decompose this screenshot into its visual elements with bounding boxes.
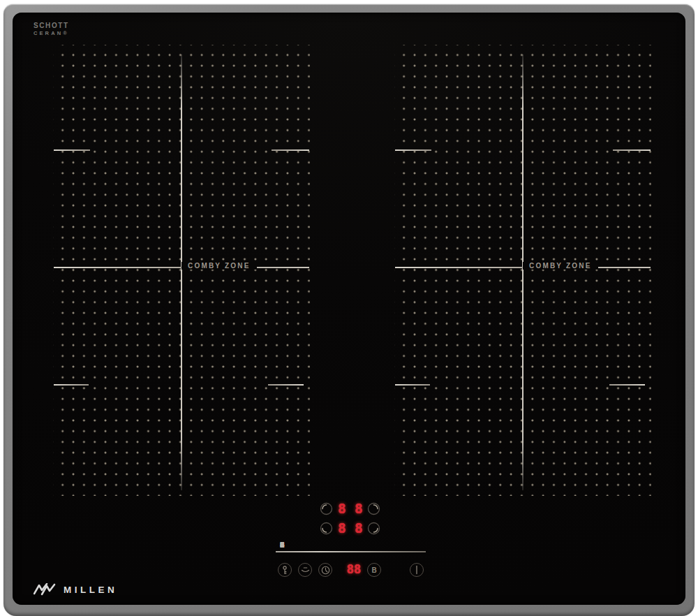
power-icon: [413, 565, 421, 575]
keep-warm-button[interactable]: [298, 563, 312, 577]
power-level-display-rear-left: 8: [337, 501, 347, 516]
power-level-display-front-left: 8: [337, 520, 347, 536]
zone-divider-line: [181, 54, 182, 490]
pot-position-marker: [395, 149, 431, 151]
zone-selector-row-rear: 8 8: [320, 501, 387, 517]
child-lock-button[interactable]: [278, 563, 292, 577]
cooking-zone-right: COMBY ZONE: [394, 45, 651, 496]
pot-position-marker: [395, 384, 430, 386]
power-button[interactable]: [410, 563, 424, 577]
dish-icon: [301, 566, 310, 574]
brand-name: MILLEN: [64, 585, 117, 595]
cooking-zone-left: COMBY ZONE: [53, 45, 310, 496]
schott-ceran-logo: SCHOTT CERAN®: [34, 22, 69, 36]
zone-select-front-left-button[interactable]: [320, 522, 333, 535]
slider-digit[interactable]: 9: [280, 541, 284, 549]
circle-arc-top-right-icon: [367, 502, 380, 515]
clock-icon: [321, 566, 330, 575]
zone-select-rear-left-button[interactable]: [320, 502, 333, 515]
zone-select-rear-right-button[interactable]: [367, 502, 380, 515]
power-level-slider[interactable]: 0 1 2 3 4 5 6 7 8 9: [276, 541, 426, 555]
millen-logo: MILLEN: [34, 581, 117, 598]
boost-label: B: [371, 566, 376, 574]
schott-logo-line1: SCHOTT: [34, 22, 69, 29]
power-level-display-rear-right: 8: [354, 501, 364, 516]
millen-zigzag-icon: [34, 583, 57, 596]
timer-display: 88: [344, 561, 364, 578]
pot-position-marker: [272, 149, 309, 151]
zone-selector-row-front: 8 8: [320, 521, 387, 536]
pot-position-marker: [54, 149, 90, 151]
zone-divider-line: [522, 54, 524, 490]
boost-button[interactable]: B: [367, 563, 381, 577]
pot-position-marker: [54, 384, 89, 386]
pot-position-marker: [609, 384, 645, 386]
circle-arc-bottom-left-icon: [320, 522, 333, 535]
cooktop-frame: SCHOTT CERAN® COMBY ZONE COMBY ZONE: [3, 4, 695, 616]
key-icon: [281, 566, 289, 575]
pot-position-marker: [613, 149, 651, 151]
power-level-display-front-right: 8: [354, 520, 364, 536]
timer-button[interactable]: [318, 563, 332, 577]
pot-position-marker: [268, 384, 304, 386]
schott-logo-line2: CERAN®: [34, 30, 69, 36]
circle-arc-bottom-right-icon: [367, 522, 380, 535]
zone-select-front-right-button[interactable]: [367, 522, 380, 535]
ceramic-glass-surface: SCHOTT CERAN® COMBY ZONE COMBY ZONE: [13, 13, 685, 605]
circle-arc-top-left-icon: [320, 502, 333, 515]
slider-track[interactable]: [276, 551, 426, 552]
